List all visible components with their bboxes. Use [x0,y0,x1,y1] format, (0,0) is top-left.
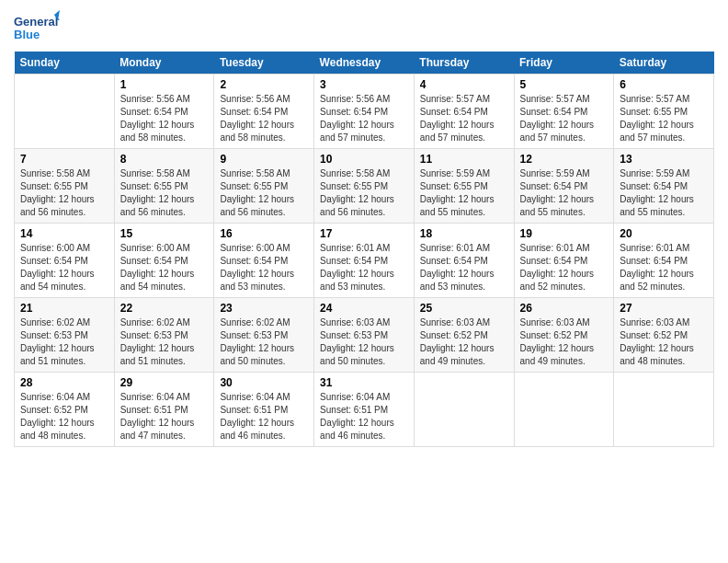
calendar-cell: 25Sunrise: 6:03 AM Sunset: 6:52 PM Dayli… [414,298,514,373]
day-number: 1 [120,78,209,91]
day-info: Sunrise: 5:58 AM Sunset: 6:55 PM Dayligh… [20,167,108,219]
calendar-week-row: 28Sunrise: 6:04 AM Sunset: 6:52 PM Dayli… [15,373,714,447]
calendar-cell: 12Sunrise: 5:59 AM Sunset: 6:54 PM Dayli… [514,149,614,224]
calendar-cell: 21Sunrise: 6:02 AM Sunset: 6:53 PM Dayli… [15,298,115,373]
day-info: Sunrise: 6:02 AM Sunset: 6:53 PM Dayligh… [120,316,209,368]
day-number: 3 [320,78,408,91]
day-info: Sunrise: 6:04 AM Sunset: 6:52 PM Dayligh… [20,391,108,442]
calendar-cell: 23Sunrise: 6:02 AM Sunset: 6:53 PM Dayli… [214,298,314,373]
day-info: Sunrise: 6:01 AM Sunset: 6:54 PM Dayligh… [520,242,609,293]
day-number: 30 [220,376,308,389]
day-number: 4 [420,78,508,91]
calendar-cell: 24Sunrise: 6:03 AM Sunset: 6:53 PM Dayli… [314,298,415,373]
calendar-table: SundayMondayTuesdayWednesdayThursdayFrid… [14,52,714,447]
day-info: Sunrise: 6:03 AM Sunset: 6:52 PM Dayligh… [520,316,609,368]
calendar-cell: 10Sunrise: 5:58 AM Sunset: 6:55 PM Dayli… [314,149,415,224]
calendar-cell: 28Sunrise: 6:04 AM Sunset: 6:52 PM Dayli… [15,373,115,447]
day-number: 20 [620,227,708,240]
calendar-cell: 2Sunrise: 5:56 AM Sunset: 6:54 PM Daylig… [214,75,314,149]
day-header-tuesday: Tuesday [214,52,314,75]
day-header-thursday: Thursday [414,52,514,75]
calendar-cell [15,75,115,149]
day-info: Sunrise: 5:56 AM Sunset: 6:54 PM Dayligh… [220,93,308,144]
calendar-cell: 31Sunrise: 6:04 AM Sunset: 6:51 PM Dayli… [314,373,415,447]
calendar-cell: 11Sunrise: 5:59 AM Sunset: 6:55 PM Dayli… [414,149,514,224]
header: General Blue [14,9,714,48]
day-info: Sunrise: 6:03 AM Sunset: 6:53 PM Dayligh… [320,316,408,368]
day-header-friday: Friday [514,52,614,75]
svg-text:General: General [14,15,58,29]
calendar-cell [414,373,514,447]
calendar-cell: 19Sunrise: 6:01 AM Sunset: 6:54 PM Dayli… [514,224,614,298]
calendar-header-row: SundayMondayTuesdayWednesdayThursdayFrid… [15,52,714,75]
day-info: Sunrise: 5:57 AM Sunset: 6:54 PM Dayligh… [420,93,508,144]
day-number: 19 [520,227,609,240]
day-number: 26 [520,302,609,315]
day-number: 16 [220,227,308,240]
calendar-cell: 27Sunrise: 6:03 AM Sunset: 6:52 PM Dayli… [614,298,714,373]
day-number: 31 [320,376,408,389]
calendar-cell: 7Sunrise: 5:58 AM Sunset: 6:55 PM Daylig… [15,149,115,224]
day-info: Sunrise: 5:58 AM Sunset: 6:55 PM Dayligh… [120,167,209,219]
day-number: 13 [620,153,708,166]
calendar-cell: 4Sunrise: 5:57 AM Sunset: 6:54 PM Daylig… [414,75,514,149]
day-info: Sunrise: 6:01 AM Sunset: 6:54 PM Dayligh… [420,242,508,293]
calendar-cell: 9Sunrise: 5:58 AM Sunset: 6:55 PM Daylig… [214,149,314,224]
day-number: 8 [120,153,209,166]
calendar-cell: 17Sunrise: 6:01 AM Sunset: 6:54 PM Dayli… [314,224,415,298]
day-info: Sunrise: 6:00 AM Sunset: 6:54 PM Dayligh… [20,242,108,293]
day-number: 15 [120,227,209,240]
day-number: 27 [620,302,708,315]
logo: General Blue [14,9,60,48]
day-number: 14 [20,227,108,240]
calendar-cell: 14Sunrise: 6:00 AM Sunset: 6:54 PM Dayli… [15,224,115,298]
day-header-saturday: Saturday [614,52,714,75]
day-info: Sunrise: 5:56 AM Sunset: 6:54 PM Dayligh… [120,93,209,144]
day-info: Sunrise: 6:04 AM Sunset: 6:51 PM Dayligh… [120,391,209,442]
day-number: 11 [420,153,508,166]
day-info: Sunrise: 6:04 AM Sunset: 6:51 PM Dayligh… [320,391,408,442]
day-info: Sunrise: 6:00 AM Sunset: 6:54 PM Dayligh… [120,242,209,293]
day-number: 10 [320,153,408,166]
day-info: Sunrise: 5:57 AM Sunset: 6:55 PM Dayligh… [620,93,708,144]
day-info: Sunrise: 6:01 AM Sunset: 6:54 PM Dayligh… [620,242,708,293]
day-number: 17 [320,227,408,240]
day-info: Sunrise: 6:04 AM Sunset: 6:51 PM Dayligh… [220,391,308,442]
day-info: Sunrise: 5:58 AM Sunset: 6:55 PM Dayligh… [320,167,408,219]
page-container: General Blue SundayMondayTuesdayWednesda… [0,0,728,456]
day-info: Sunrise: 5:59 AM Sunset: 6:55 PM Dayligh… [420,167,508,219]
calendar-cell: 29Sunrise: 6:04 AM Sunset: 6:51 PM Dayli… [114,373,214,447]
day-info: Sunrise: 6:03 AM Sunset: 6:52 PM Dayligh… [420,316,508,368]
day-number: 9 [220,153,308,166]
calendar-week-row: 21Sunrise: 6:02 AM Sunset: 6:53 PM Dayli… [15,298,714,373]
day-number: 6 [620,78,708,91]
calendar-week-row: 7Sunrise: 5:58 AM Sunset: 6:55 PM Daylig… [15,149,714,224]
day-number: 29 [120,376,209,389]
day-number: 21 [20,302,108,315]
calendar-cell: 20Sunrise: 6:01 AM Sunset: 6:54 PM Dayli… [614,224,714,298]
svg-text:Blue: Blue [14,28,40,41]
day-header-wednesday: Wednesday [314,52,415,75]
day-info: Sunrise: 5:59 AM Sunset: 6:54 PM Dayligh… [620,167,708,219]
day-number: 12 [520,153,609,166]
day-info: Sunrise: 6:02 AM Sunset: 6:53 PM Dayligh… [220,316,308,368]
day-number: 2 [220,78,308,91]
day-number: 22 [120,302,209,315]
day-info: Sunrise: 6:01 AM Sunset: 6:54 PM Dayligh… [320,242,408,293]
day-info: Sunrise: 5:58 AM Sunset: 6:55 PM Dayligh… [220,167,308,219]
day-number: 28 [20,376,108,389]
calendar-cell: 8Sunrise: 5:58 AM Sunset: 6:55 PM Daylig… [114,149,214,224]
day-number: 23 [220,302,308,315]
day-number: 25 [420,302,508,315]
calendar-cell: 18Sunrise: 6:01 AM Sunset: 6:54 PM Dayli… [414,224,514,298]
day-header-sunday: Sunday [15,52,115,75]
calendar-cell: 13Sunrise: 5:59 AM Sunset: 6:54 PM Dayli… [614,149,714,224]
calendar-cell: 22Sunrise: 6:02 AM Sunset: 6:53 PM Dayli… [114,298,214,373]
calendar-cell [614,373,714,447]
calendar-week-row: 1Sunrise: 5:56 AM Sunset: 6:54 PM Daylig… [15,75,714,149]
calendar-cell: 16Sunrise: 6:00 AM Sunset: 6:54 PM Dayli… [214,224,314,298]
calendar-week-row: 14Sunrise: 6:00 AM Sunset: 6:54 PM Dayli… [15,224,714,298]
day-info: Sunrise: 6:00 AM Sunset: 6:54 PM Dayligh… [220,242,308,293]
day-info: Sunrise: 5:57 AM Sunset: 6:54 PM Dayligh… [520,93,609,144]
calendar-cell: 3Sunrise: 5:56 AM Sunset: 6:54 PM Daylig… [314,75,415,149]
